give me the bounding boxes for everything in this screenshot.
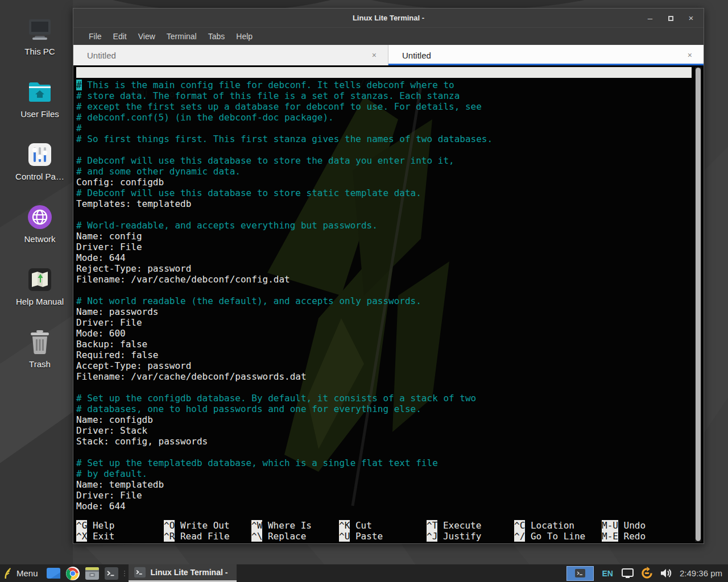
menu-button[interactable]: Menu	[0, 564, 44, 582]
help-manual-icon	[26, 267, 53, 292]
shortcut-write-out: ^O Write Out	[164, 520, 251, 531]
keyboard-layout-indicator[interactable]: EN	[602, 569, 613, 578]
menu-button-label: Menu	[16, 568, 38, 578]
terminal-line: #	[76, 123, 690, 134]
terminal-line: Driver: File	[76, 317, 690, 328]
desktop-icon-user-files[interactable]: User Files	[7, 80, 73, 126]
menu-item-edit[interactable]: Edit	[107, 30, 133, 43]
desktop-icon-label: Trash	[29, 359, 51, 369]
shortcut-undo: M-U Undo	[602, 520, 689, 531]
taskbar-clock[interactable]: 2:49:36 pm	[680, 568, 722, 578]
menu-bar: FileEditViewTerminalTabsHelp	[73, 27, 704, 45]
terminal-line: # This is the main config file for debco…	[76, 80, 690, 90]
window-title: Linux Lite Terminal -	[353, 14, 424, 22]
shortcut-key: ^U	[339, 531, 350, 542]
terminal-line: # Set up the templatedb database, which …	[76, 458, 690, 468]
computer-icon	[26, 17, 53, 42]
terminal-line: # databases, one to hold passwords and o…	[76, 404, 690, 414]
desktop: This PCUser FilesControl Pa…NetworkHelp …	[0, 0, 728, 582]
update-glyph	[640, 567, 653, 580]
nano-text-area[interactable]: # This is the main config file for debco…	[76, 80, 690, 512]
update-notifier-icon[interactable]	[640, 567, 654, 580]
volume-icon[interactable]	[660, 567, 673, 580]
terminal-line: Driver: File	[76, 490, 690, 501]
desktop-icon-network[interactable]: Network	[7, 205, 73, 251]
shortcut-row: ^X Exit^R Read File^\ Replace^U Paste^J …	[76, 531, 689, 542]
terminal-line: Name: config	[76, 231, 690, 242]
terminal-line: # by default.	[76, 468, 690, 479]
terminal-line: Filename: /var/cache/debconf/passwords.d…	[76, 371, 690, 382]
terminal-tab-2[interactable]: Untitled×	[388, 45, 704, 65]
maximize-button[interactable]	[666, 14, 675, 22]
terminal-line: # store data. The format of this file is…	[76, 90, 690, 101]
workspace-pager[interactable]	[566, 566, 594, 581]
shortcut-read-file: ^R Read File	[164, 531, 251, 542]
terminal-line: # World-readable, and accepts everything…	[76, 220, 690, 231]
file-manager-icon[interactable]	[85, 566, 100, 581]
desktop-icon-help-manual[interactable]: Help Manual	[7, 267, 73, 314]
tab-close-icon[interactable]: ×	[688, 51, 692, 60]
shortcut-redo: M-E Redo	[602, 531, 689, 542]
terminal-content[interactable]: /etc/debconf.conf GNU nano 7.2 # This is…	[73, 65, 704, 543]
show-desktop-icon[interactable]	[46, 566, 61, 581]
terminal-scrollbar[interactable]	[695, 67, 701, 542]
terminal-line	[76, 209, 690, 220]
menu-item-file[interactable]: File	[83, 30, 107, 43]
shortcut-justify: ^J Justify	[427, 531, 514, 542]
terminal-line: Mode: 600	[76, 328, 690, 339]
terminal-tab-1[interactable]: Untitled×	[73, 45, 388, 65]
terminal-launcher-icon[interactable]	[104, 566, 119, 581]
shortcut-key: M-U	[602, 520, 618, 531]
display-settings-icon[interactable]	[621, 567, 635, 580]
desktop-icon-control-pa[interactable]: Control Pa…	[7, 142, 73, 189]
trash-icon	[26, 330, 53, 355]
shortcut-key: ^C	[514, 520, 525, 531]
shortcut-go-to-line: ^/ Go To Line	[514, 531, 602, 542]
tab-label: Untitled	[402, 51, 431, 60]
terminal-line	[76, 447, 690, 458]
close-button[interactable]: ×	[686, 14, 696, 22]
nano-shortcut-bar: ^G Help^O Write Out^W Where Is^K Cut^T E…	[76, 520, 689, 542]
shortcut-key: ^O	[164, 520, 175, 531]
desktop-icon-this-pc[interactable]: This PC	[7, 17, 73, 64]
scrollbar-thumb[interactable]	[696, 68, 701, 541]
volume-glyph	[660, 568, 672, 579]
terminal-line: # So first things first. This first stan…	[76, 134, 690, 144]
terminal-line: Name: passwords	[76, 306, 690, 317]
window-controls: – ×	[646, 9, 696, 27]
desktop-icon-label: Help Manual	[16, 297, 64, 306]
menu-item-view[interactable]: View	[133, 30, 161, 43]
menu-item-tabs[interactable]: Tabs	[202, 30, 231, 43]
shortcut-help: ^G Help	[76, 520, 164, 531]
minimize-button[interactable]: –	[646, 14, 655, 22]
tab-bar: Untitled×Untitled×	[73, 45, 704, 65]
terminal-line	[76, 382, 690, 393]
shortcut-cut: ^K Cut	[339, 520, 427, 531]
desktop-icon-trash[interactable]: Trash	[7, 330, 73, 376]
terminal-line: Templates: templatedb	[76, 198, 690, 209]
maximize-icon	[668, 16, 673, 21]
desktop-icon-label: Control Pa…	[15, 172, 64, 181]
shortcut-key: ^R	[164, 531, 175, 542]
home-folder-icon	[26, 80, 53, 105]
terminal-line: Name: templatedb	[76, 479, 690, 490]
terminal-line: # Debconf will use this database to stor…	[76, 155, 690, 166]
window-titlebar[interactable]: Linux Lite Terminal - – ×	[73, 9, 704, 27]
desktop-icon-label: Network	[24, 234, 55, 244]
menu-item-help[interactable]: Help	[230, 30, 258, 43]
desktop-icon-label: User Files	[20, 109, 59, 119]
chrome-icon[interactable]	[65, 566, 80, 581]
shortcut-location: ^C Location	[514, 520, 602, 531]
terminal-line: Stack: config, passwords	[76, 436, 690, 447]
task-button-terminal[interactable]: Linux Lite Terminal -	[129, 564, 237, 582]
terminal-line: Config: configdb	[76, 177, 690, 188]
tab-close-icon[interactable]: ×	[372, 51, 377, 60]
menu-item-terminal[interactable]: Terminal	[161, 30, 202, 43]
terminal-icon	[134, 567, 146, 578]
desktop-icon-list: This PCUser FilesControl Pa…NetworkHelp …	[7, 17, 73, 376]
taskbar: Menu	[0, 564, 728, 582]
shortcut-key: M-E	[602, 531, 618, 542]
terminal-line: # except the first sets up a database fo…	[76, 101, 690, 112]
linux-lite-feather-icon	[3, 567, 12, 580]
show-desktop-glyph	[47, 568, 60, 579]
